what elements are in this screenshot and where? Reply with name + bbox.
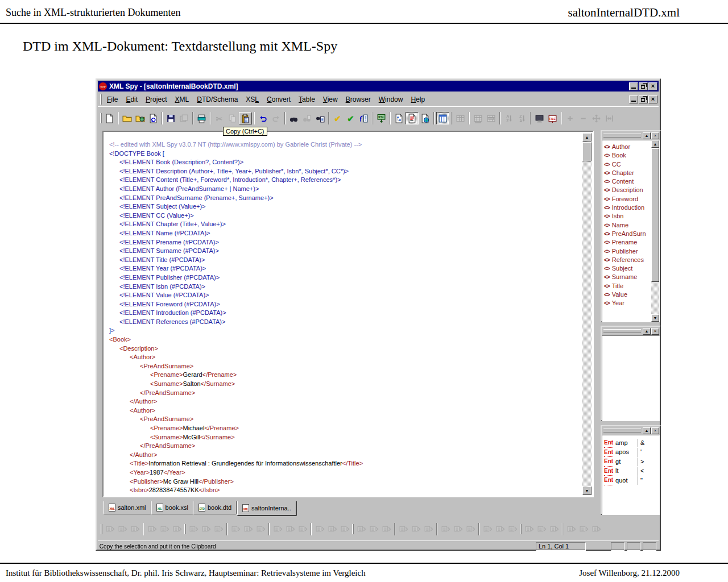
menu-convert[interactable]: Convert xyxy=(263,94,295,105)
element-item-surname[interactable]: <>Surname xyxy=(604,273,651,281)
menu-project[interactable]: Project xyxy=(142,94,171,105)
element-item-isbn[interactable]: <>Isbn xyxy=(604,212,651,221)
close-icon[interactable]: × xyxy=(651,328,659,335)
menu-file[interactable]: File xyxy=(103,94,122,105)
menubar-grip[interactable] xyxy=(100,94,102,105)
xsl-transform-icon[interactable]: XSL xyxy=(375,112,388,124)
element-item-title[interactable]: <>Title xyxy=(604,282,651,290)
element-item-references[interactable]: <>References xyxy=(604,256,651,264)
toolbar-grip[interactable] xyxy=(101,524,102,534)
code-line: <PreAndSurname> xyxy=(109,415,582,424)
tab-salton-xml[interactable]: XMLsalton.xml xyxy=(104,501,151,514)
mdi-close-button[interactable]: × xyxy=(648,95,657,103)
element-item-value[interactable]: <>Value xyxy=(604,290,651,299)
scrollbar-thumb[interactable] xyxy=(651,148,659,282)
file-browser-icon[interactable]: FILE xyxy=(546,112,559,124)
tab-book-xsl[interactable]: XSLbook.xsl xyxy=(151,501,193,514)
element-item-author[interactable]: <>Author xyxy=(604,143,651,151)
assign-dtd-icon[interactable] xyxy=(357,112,370,124)
element-item-chapter[interactable]: <>Chapter xyxy=(604,169,651,177)
menu-bar: FileEditProjectXMLDTD/SchemaXSLConvertTa… xyxy=(98,92,659,107)
validate-icon[interactable]: ✔ xyxy=(344,112,357,124)
element-item-subject[interactable]: <>Subject xyxy=(604,264,651,273)
menu-table[interactable]: Table xyxy=(295,94,319,105)
editor-vertical-scrollbar[interactable]: ▲ ▼ xyxy=(582,133,592,495)
scroll-up-icon[interactable]: ▲ xyxy=(582,133,592,142)
print-icon[interactable] xyxy=(195,112,208,124)
editor-text-area[interactable]: <!-- edited with XML Spy v3.0.7 NT (http… xyxy=(105,133,582,495)
tab-saltoninterna-[interactable]: XMLsaltonInterna.. xyxy=(237,501,297,516)
element-item-cc[interactable]: <>CC xyxy=(604,160,651,169)
mdi-minimize-button[interactable] xyxy=(629,95,638,103)
scroll-up-icon[interactable]: ▲ xyxy=(651,140,659,148)
menu-help[interactable]: Help xyxy=(407,94,429,105)
minimize-button[interactable] xyxy=(629,82,638,90)
menu-edit[interactable]: Edit xyxy=(122,94,142,105)
menu-window[interactable]: Window xyxy=(375,94,407,105)
entity-item-lt[interactable]: Entlt< xyxy=(604,467,659,476)
project-window-icon[interactable] xyxy=(533,112,546,124)
element-item-publisher[interactable]: <>Publisher xyxy=(604,247,651,256)
close-button[interactable]: × xyxy=(648,82,657,90)
element-item-content[interactable]: <>Content xyxy=(604,177,651,186)
find-next-icon[interactable] xyxy=(313,112,326,124)
panel-grip[interactable] xyxy=(603,329,641,333)
menu-view[interactable]: View xyxy=(319,94,342,105)
toolbar-grip[interactable] xyxy=(352,524,354,534)
entry-helper-panels: ▲ × <>Author<>Book<>CC<>Chapter<>Content… xyxy=(601,130,661,518)
close-icon[interactable]: × xyxy=(651,427,659,434)
element-item-year[interactable]: <>Year xyxy=(604,299,651,307)
element-item-prename[interactable]: <>Prename xyxy=(604,238,651,247)
element-item-introduction[interactable]: <>Introduction xyxy=(604,203,651,212)
attributes-panel-titlebar[interactable]: ▲ × xyxy=(602,327,660,335)
scrollbar-thumb[interactable] xyxy=(582,142,592,161)
menu-xsl[interactable]: XSL xyxy=(242,94,263,105)
menu-browser[interactable]: Browser xyxy=(342,94,375,105)
dock-icon[interactable]: ▲ xyxy=(643,328,651,335)
code-editor[interactable]: <!-- edited with XML Spy v3.0.7 NT (http… xyxy=(102,131,594,497)
text-view-icon[interactable] xyxy=(406,112,419,124)
find-icon[interactable] xyxy=(287,112,300,124)
entity-item-quot[interactable]: Entquot" xyxy=(604,476,659,485)
elements-panel-titlebar[interactable]: ▲ × xyxy=(602,131,660,140)
restore-button[interactable] xyxy=(639,82,648,90)
element-item-description[interactable]: <>Description xyxy=(604,186,651,194)
menu-dtd-schema[interactable]: DTD/Schema xyxy=(193,94,242,105)
save-icon[interactable] xyxy=(164,112,177,124)
entity-item-amp[interactable]: Entamp& xyxy=(604,438,659,448)
element-item-preandsurn[interactable]: <>PreAndSurn xyxy=(604,230,651,238)
code-line: <PreAndSurname> xyxy=(109,362,582,371)
title-bar[interactable]: spy XML Spy - [saltonInternalBookDTD.xml… xyxy=(98,81,659,92)
scroll-down-icon[interactable]: ▼ xyxy=(651,314,659,322)
entity-item-gt[interactable]: Entgt> xyxy=(604,457,659,467)
elements-scrollbar[interactable]: ▲ ▼ xyxy=(651,140,659,322)
panel-grip[interactable] xyxy=(603,429,641,433)
panel-grip[interactable] xyxy=(603,134,641,138)
toolbar-grip[interactable] xyxy=(100,113,102,123)
dock-icon[interactable]: ▲ xyxy=(643,132,651,139)
toolbar-grip[interactable] xyxy=(184,524,186,534)
check-well-formed-icon[interactable]: ✔ xyxy=(331,112,344,124)
element-item-foreword[interactable]: <>Foreword xyxy=(604,195,651,203)
tab-book-dtd[interactable]: DTDbook.dtd xyxy=(193,501,237,514)
mdi-restore-button[interactable] xyxy=(639,95,648,103)
browser-view-icon[interactable] xyxy=(419,112,432,124)
entity-item-apos[interactable]: Entapos' xyxy=(604,448,659,458)
close-icon[interactable]: × xyxy=(651,132,659,139)
element-item-book[interactable]: <>Book xyxy=(604,151,651,160)
toolbar-grip[interactable] xyxy=(520,524,522,534)
undo-icon[interactable] xyxy=(257,112,270,124)
scroll-down-icon[interactable]: ▼ xyxy=(582,487,592,495)
element-item-name[interactable]: <>Name xyxy=(604,221,651,230)
window-layout-icon[interactable] xyxy=(436,112,449,124)
paste-icon[interactable] xyxy=(239,112,252,124)
reload-icon[interactable] xyxy=(147,112,160,124)
dock-icon[interactable]: ▲ xyxy=(643,427,651,434)
new-document-icon[interactable] xyxy=(103,112,116,124)
open-url-icon[interactable] xyxy=(134,112,147,124)
grid-view-icon[interactable] xyxy=(392,112,406,124)
element-icon: <> xyxy=(604,186,610,194)
entities-panel-titlebar[interactable]: ▲ × xyxy=(602,426,660,435)
menu-xml[interactable]: XML xyxy=(171,94,193,105)
open-file-icon[interactable] xyxy=(121,112,134,124)
